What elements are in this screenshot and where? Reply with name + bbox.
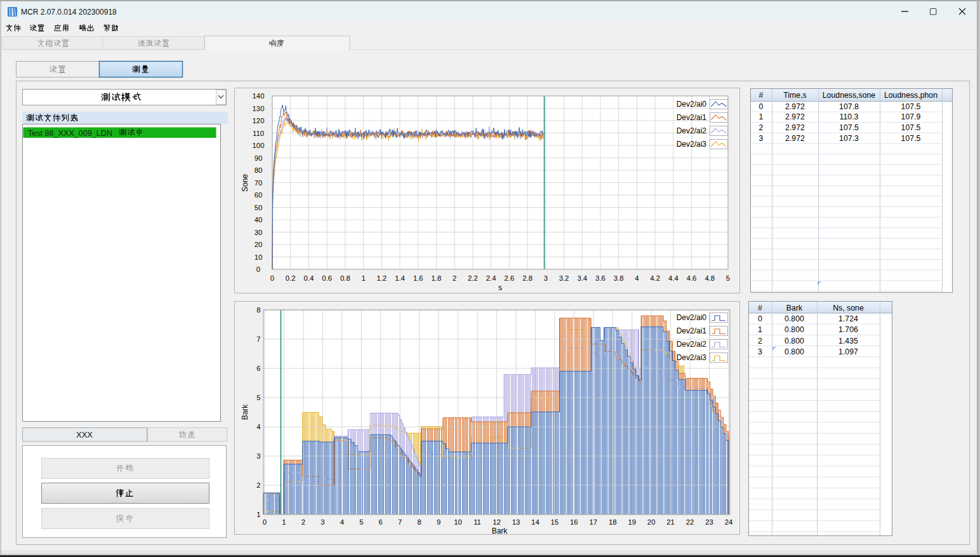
svg-text:3: 3: [758, 347, 762, 356]
svg-text:0.800: 0.800: [785, 347, 804, 356]
svg-text:80: 80: [255, 166, 263, 174]
svg-text:24: 24: [725, 518, 733, 526]
svg-text:2.972: 2.972: [785, 123, 805, 132]
svg-text:3.6: 3.6: [595, 274, 606, 282]
svg-text:0: 0: [256, 265, 260, 273]
svg-text:0.800: 0.800: [785, 325, 804, 334]
svg-text:Dev2/ai3: Dev2/ai3: [677, 140, 707, 149]
svg-text:23: 23: [705, 518, 713, 526]
svg-text:4.6: 4.6: [687, 274, 697, 282]
svg-text:0.800: 0.800: [785, 337, 804, 346]
svg-text:6: 6: [379, 518, 383, 526]
svg-text:107.5: 107.5: [901, 123, 921, 132]
svg-text:Dev2/ai1: Dev2/ai1: [677, 326, 707, 335]
svg-text:0.6: 0.6: [322, 274, 332, 282]
svg-text:0: 0: [759, 102, 764, 111]
svg-text:30: 30: [255, 229, 263, 236]
svg-text:100: 100: [253, 142, 265, 149]
svg-text:1.2: 1.2: [376, 274, 387, 282]
svg-text:107.8: 107.8: [839, 102, 859, 111]
svg-text:Time,s: Time,s: [783, 91, 806, 100]
svg-text:#: #: [758, 304, 762, 312]
svg-text:107.5: 107.5: [901, 134, 921, 143]
svg-text:11: 11: [473, 518, 481, 526]
svg-text:130: 130: [253, 105, 265, 112]
svg-text:Dev2/ai1: Dev2/ai1: [677, 113, 707, 122]
svg-text:2: 2: [758, 337, 762, 346]
svg-text:4: 4: [256, 423, 260, 431]
svg-text:Ns, sone: Ns, sone: [833, 304, 864, 312]
svg-text:120: 120: [253, 117, 265, 124]
svg-text:107.5: 107.5: [839, 123, 859, 132]
svg-text:2: 2: [759, 123, 764, 132]
svg-text:60: 60: [255, 191, 263, 199]
svg-text:3.8: 3.8: [614, 274, 624, 282]
svg-text:3.4: 3.4: [577, 274, 587, 282]
svg-text:107.9: 107.9: [901, 112, 921, 121]
svg-text:21: 21: [666, 518, 675, 526]
svg-text:5: 5: [726, 274, 730, 282]
svg-text:1: 1: [282, 518, 286, 526]
svg-text:2.8: 2.8: [522, 274, 533, 282]
svg-text:0: 0: [270, 274, 274, 282]
svg-text:4: 4: [635, 274, 639, 282]
svg-text:XXX: XXX: [76, 430, 93, 440]
svg-text:0.4: 0.4: [304, 274, 314, 282]
svg-text:110: 110: [253, 130, 264, 137]
svg-text:4.2: 4.2: [650, 274, 660, 282]
svg-text:Sone: Sone: [241, 174, 249, 192]
svg-text:1: 1: [759, 112, 764, 121]
svg-text:2.972: 2.972: [785, 134, 805, 143]
svg-text:1: 1: [361, 274, 365, 282]
svg-text:1: 1: [256, 511, 260, 518]
svg-text:110.3: 110.3: [840, 112, 859, 121]
svg-text:107.3: 107.3: [839, 134, 859, 143]
svg-text:18: 18: [609, 518, 617, 526]
svg-text:10: 10: [255, 253, 263, 261]
svg-text:6: 6: [256, 365, 260, 372]
svg-text:3: 3: [256, 452, 260, 460]
svg-text:Loudness,sone: Loudness,sone: [823, 91, 876, 100]
svg-text:Test 88_XXX_009_LDN: Test 88_XXX_009_LDN: [28, 129, 112, 138]
svg-text:5: 5: [359, 518, 363, 526]
svg-text:4: 4: [340, 518, 344, 526]
svg-text:90: 90: [255, 154, 263, 162]
svg-text:1: 1: [758, 325, 762, 334]
svg-text:5: 5: [256, 394, 260, 401]
svg-text:Dev2/ai2: Dev2/ai2: [677, 126, 707, 135]
svg-text:22: 22: [686, 518, 694, 526]
svg-text:9: 9: [437, 518, 440, 526]
svg-text:40: 40: [255, 216, 263, 224]
svg-text:8: 8: [418, 518, 421, 526]
svg-text:50: 50: [255, 204, 263, 211]
svg-text:14: 14: [531, 518, 540, 526]
svg-text:13: 13: [512, 518, 520, 526]
svg-text:2.972: 2.972: [785, 102, 805, 111]
svg-text:0.2: 0.2: [286, 274, 296, 282]
svg-text:Bark: Bark: [492, 527, 508, 535]
svg-text:MCR 2.07.0.014 202300918: MCR 2.07.0.014 202300918: [21, 8, 117, 17]
svg-text:140: 140: [253, 92, 265, 100]
svg-text:3: 3: [321, 518, 324, 526]
svg-text:107.5: 107.5: [901, 102, 921, 111]
svg-text:2.4: 2.4: [486, 274, 496, 282]
svg-text:Bark: Bark: [241, 404, 249, 420]
svg-text:1.6: 1.6: [413, 274, 423, 282]
svg-text:0.8: 0.8: [340, 274, 350, 282]
svg-text:Bark: Bark: [786, 304, 803, 312]
svg-text:3.2: 3.2: [559, 274, 569, 282]
svg-text:Dev2/ai3: Dev2/ai3: [677, 353, 707, 362]
svg-text:20: 20: [255, 241, 263, 248]
svg-text:2: 2: [301, 518, 305, 526]
svg-text:70: 70: [255, 179, 263, 187]
svg-text:2.972: 2.972: [785, 112, 805, 121]
svg-text:2: 2: [256, 481, 260, 489]
svg-text:7: 7: [398, 518, 402, 526]
svg-text:19: 19: [628, 518, 636, 526]
svg-text:1.706: 1.706: [838, 325, 858, 334]
svg-text:Dev2/ai0: Dev2/ai0: [677, 313, 707, 322]
svg-text:1.097: 1.097: [838, 347, 858, 356]
svg-text:10: 10: [454, 518, 462, 526]
svg-text:0.800: 0.800: [785, 314, 804, 323]
svg-text:4.4: 4.4: [668, 274, 679, 282]
